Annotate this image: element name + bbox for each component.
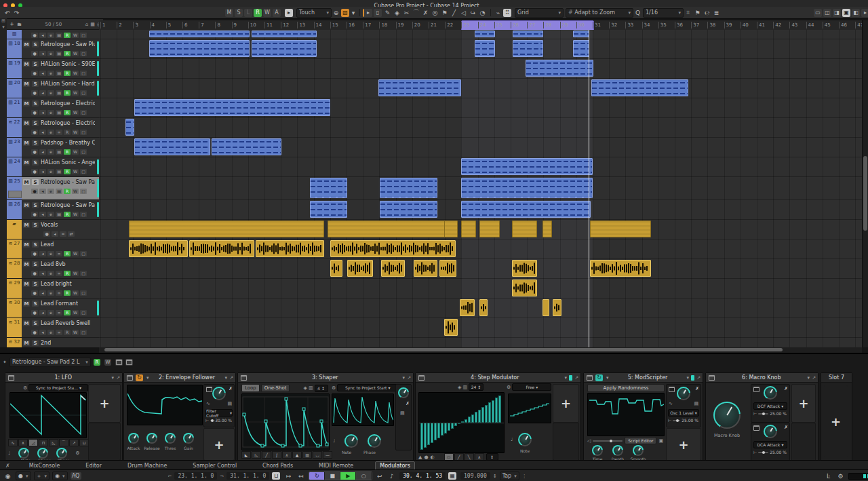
module-menu-icon[interactable]: ▾: [565, 375, 568, 381]
delete-module-button[interactable]: [7, 374, 15, 381]
shape-knob[interactable]: [37, 448, 48, 459]
midi-clip[interactable]: [475, 31, 495, 37]
step-bar-24[interactable]: [498, 396, 501, 423]
record-enable-button[interactable]: ●: [31, 149, 38, 155]
threshold-knob[interactable]: [165, 433, 176, 444]
destination-dropdown[interactable]: DCA Attack▾: [753, 441, 787, 448]
edit-channel-button[interactable]: e: [47, 290, 54, 296]
audio-clip[interactable]: [444, 319, 458, 336]
instrument-icon[interactable]: ▤: [56, 33, 62, 38]
workspace-4-icon[interactable]: ▣: [842, 9, 850, 17]
write-automation-button[interactable]: W: [104, 359, 111, 366]
arrangement-area[interactable]: [99, 30, 862, 347]
punch-out-icon[interactable]: ↤: [296, 472, 305, 480]
monitor-button[interactable]: ◂: [39, 212, 46, 217]
read-automation-button[interactable]: R: [64, 330, 71, 335]
module-menu-icon[interactable]: ▾: [225, 375, 228, 381]
comp-tool-icon[interactable]: ⚑: [440, 9, 449, 17]
write-automation-button[interactable]: W: [72, 212, 79, 217]
stop-button[interactable]: ■: [325, 472, 340, 480]
phase-knob[interactable]: [56, 448, 67, 459]
midi-clip[interactable]: [461, 158, 593, 175]
module-expand-icon[interactable]: ↗: [574, 375, 578, 381]
script-source-icon[interactable]: ↻: [595, 374, 603, 381]
step-bar-23[interactable]: [495, 398, 498, 423]
audio-clip[interactable]: [414, 260, 437, 277]
shape-preset-8[interactable]: —: [323, 451, 332, 459]
record-enable-button[interactable]: ●: [31, 169, 38, 174]
module-expand-icon[interactable]: ↗: [229, 375, 233, 381]
record-enable-button[interactable]: ●: [31, 212, 38, 217]
monitor-button[interactable]: ◂: [39, 290, 46, 296]
midi-clip[interactable]: [591, 79, 688, 96]
module-expand-icon[interactable]: ↗: [696, 375, 701, 381]
punch-mode-dropdown[interactable]: ＋▾: [34, 472, 50, 480]
snap-icon[interactable]: ◈: [458, 385, 461, 390]
latency-icon[interactable]: Ŀ: [824, 472, 833, 480]
step-bar-10[interactable]: [451, 423, 454, 429]
freeze-button[interactable]: ▢: [80, 189, 87, 194]
project-cursor[interactable]: [589, 30, 589, 347]
midi-clip[interactable]: [125, 119, 134, 136]
edit-channel-button[interactable]: e: [47, 251, 54, 256]
monitor-button[interactable]: ◂: [39, 189, 46, 194]
monitor-button[interactable]: ◂: [39, 271, 46, 276]
tap-tempo-dropdown[interactable]: Tap▾: [500, 472, 519, 480]
warp-tool-icon[interactable]: ↪: [469, 9, 477, 17]
track-header-retrologue-electric-piano[interactable]: ▥21MSRetrologue - Electric Piano●◂e▤RW▢: [7, 98, 99, 118]
automation-a-button[interactable]: A: [273, 9, 281, 17]
track-header-lead[interactable]: ≋27MSLead●◂e∞RW▢: [7, 239, 99, 259]
write-automation-button[interactable]: W: [72, 251, 79, 256]
shaper-curve-editor[interactable]: [241, 393, 330, 450]
midi-clip[interactable]: [149, 31, 250, 37]
step-bar-9[interactable]: [448, 423, 450, 431]
instrument-icon[interactable]: ▤: [56, 169, 62, 174]
vertical-scroll-thumb[interactable]: [863, 156, 867, 231]
audition-tool-icon[interactable]: ◁: [459, 9, 468, 17]
gear-icon[interactable]: ⚙: [23, 385, 27, 391]
solo-button[interactable]: S: [32, 159, 39, 166]
mute-button[interactable]: M: [23, 179, 30, 185]
shape-preset-3[interactable]: ∫: [272, 451, 281, 459]
tab-mixconsole[interactable]: MixConsole: [25, 462, 64, 469]
midi-clip[interactable]: [252, 40, 317, 57]
add-destination-button[interactable]: +: [553, 384, 579, 423]
monitor-button[interactable]: ◂: [39, 130, 46, 135]
destination-dropdown[interactable]: Osc 1 Level▾: [668, 409, 699, 417]
cycle-button[interactable]: ↻: [309, 472, 325, 480]
read-automation-button[interactable]: R: [64, 212, 71, 217]
tab-midi-remote[interactable]: MIDI Remote: [315, 462, 357, 469]
right-locator-value[interactable]: 31. 1. 1. 0: [226, 472, 269, 480]
add-destination-button[interactable]: +: [88, 384, 121, 423]
step-bar-20[interactable]: [485, 405, 488, 423]
edit-channel-button[interactable]: e: [47, 130, 54, 135]
range-tool-icon[interactable]: ▯: [374, 9, 382, 17]
midi-clip[interactable]: [526, 60, 593, 77]
step-bar-6[interactable]: [437, 423, 440, 438]
note-knob[interactable]: [18, 448, 29, 459]
folder-part-clip[interactable]: [590, 220, 651, 237]
add-destination-button[interactable]: +: [203, 428, 235, 461]
shape-preset-7[interactable]: ◡: [313, 451, 322, 459]
track-header-lead-8vb[interactable]: ≋28MSLead 8vb●◂e∞RW▢: [7, 259, 99, 279]
delete-destination-icon[interactable]: [753, 387, 760, 392]
mapping-icon[interactable]: ▤: [400, 410, 405, 416]
mute-button[interactable]: M: [23, 242, 30, 248]
workspace-6-icon[interactable]: ▸: [861, 9, 868, 17]
workspace-5-icon[interactable]: ◧: [852, 9, 860, 17]
metronome-icon[interactable]: ♪: [387, 472, 396, 480]
editor-window-icon[interactable]: ▣: [658, 438, 663, 444]
lock-punch-icon[interactable]: ⊔: [272, 472, 280, 480]
shape-preset-5[interactable]: ▲: [292, 451, 302, 459]
freeze-button[interactable]: ▢: [80, 90, 87, 96]
module-menu-icon[interactable]: ▾: [808, 375, 810, 381]
depth-slider[interactable]: [210, 420, 212, 421]
zoom-tool-icon[interactable]: ◎: [431, 9, 439, 17]
step-bar-5[interactable]: [434, 423, 437, 440]
color-dropdown-icon[interactable]: ▾: [351, 9, 356, 17]
edit-channel-button[interactable]: e: [47, 90, 54, 96]
solo-button[interactable]: S: [32, 120, 39, 126]
auto-punch-icon[interactable]: ⊕: [332, 9, 340, 17]
audio-clip[interactable]: [512, 260, 537, 277]
horizontal-scrollbar[interactable]: [99, 347, 862, 353]
